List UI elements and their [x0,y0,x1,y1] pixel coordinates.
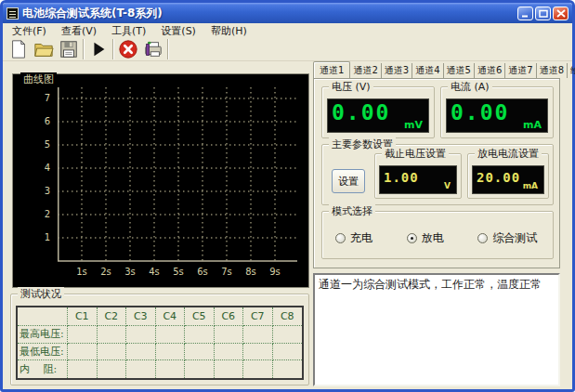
table-cell [68,360,98,378]
column-header: C6 [215,307,244,326]
tab-channel-2[interactable]: 通道2 [350,63,381,78]
column-header: C1 [68,307,98,326]
toolbar-separator [83,39,84,59]
stop-button[interactable] [115,38,140,60]
open-folder-icon [33,39,54,59]
tab-channel-5[interactable]: 通道5 [444,63,475,78]
table-cell [156,344,186,361]
radio-circle-icon [477,233,488,243]
mode-select-label: 模式选择 [329,204,375,218]
radio-circle-icon [335,233,346,243]
run-button[interactable] [85,38,111,60]
new-button[interactable] [6,38,31,60]
table-cell [126,326,156,344]
tab-channel-6[interactable]: 通道6 [475,63,505,78]
cutoff-voltage-display: 1.00 V [379,165,457,194]
tab-channel-3[interactable]: 通道3 [382,63,412,78]
radio-charge[interactable]: 充电 [335,230,407,246]
plot-area [58,87,297,262]
app-window: 电池综合测试系统(T-8系列) 文件(F) 查看(V) 工具(T) 设置(S) … [0,0,575,392]
tab-channel-7[interactable]: 通道7 [505,63,536,78]
channel-message-box[interactable]: 通道一为综合测试模式，工作正常，温度正常 [313,273,560,386]
menu-help[interactable]: 帮助(H) [203,23,255,39]
table-cell [243,326,273,344]
menu-file[interactable]: 文件(F) [5,23,54,39]
app-icon [7,7,19,20]
table-cell [185,344,215,361]
table-cell [185,326,215,344]
maximize-button[interactable] [535,7,551,20]
menu-view[interactable]: 查看(V) [54,23,104,39]
row-label-max-voltage: 最高电压: [18,326,68,344]
discharge-current-unit: mA [523,181,538,190]
plot-grid [58,87,297,262]
table-cell [215,344,244,361]
y-tick: 4 [26,163,50,173]
table-cell [68,344,98,361]
voltage-unit: mV [404,119,423,131]
table-cell [68,326,98,344]
x-tick: 8s [242,267,260,277]
table-cell [98,344,127,361]
toolbar [3,38,572,61]
radio-combined-test[interactable]: 综合测试 [477,230,549,246]
x-tick: 3s [121,267,139,277]
table-cell [126,360,156,378]
chart-title: 曲线图 [20,72,57,86]
discharge-current-label: 放电电流设置 [475,147,542,161]
table-cell [185,360,215,378]
save-button[interactable] [56,38,81,60]
column-header: C4 [156,307,186,326]
run-icon [88,39,109,59]
table-cell [243,360,273,378]
column-header: C3 [126,307,156,326]
table-cell [273,360,303,378]
x-tick: 1s [72,267,91,277]
menu-tools[interactable]: 工具(T) [104,23,153,39]
table-cell [98,326,127,344]
tab-plot[interactable]: 绘图 [568,63,575,78]
client-area: 曲线图 7 6 5 4 3 2 1 [3,61,572,389]
y-tick: 5 [26,139,50,150]
radio-discharge[interactable]: 放电 [407,230,478,246]
minimize-icon [521,9,530,18]
table-cell [273,344,303,361]
table-corner-cell [18,307,68,326]
table-cell [273,326,303,344]
discharge-current-display: 20.00 mA [472,165,544,194]
tab-channel-1[interactable]: 通道1 [313,61,350,78]
new-document-icon [8,39,29,59]
tab-channel-8[interactable]: 通道8 [537,63,568,78]
minimize-button[interactable] [517,7,533,20]
toolbar-separator [167,39,168,59]
print-button[interactable] [140,38,165,60]
tab-channel-4[interactable]: 通道4 [412,63,443,78]
current-value: 0.00 [451,100,509,124]
mode-select-group: 模式选择 充电 放电 综合测试 [321,211,554,259]
main-params-group: 主要参数设置 设置 截止电压设置 1.00 V 放电电流设置 20.00 mA [321,144,554,205]
column-header: C8 [273,307,303,326]
table-cell [156,360,186,378]
open-button[interactable] [31,38,56,60]
current-label: 电流 (A) [448,80,492,94]
x-tick: 9s [266,267,284,277]
test-status-label: 测试状况 [18,287,64,301]
y-tick: 6 [26,116,50,126]
x-tick: 2s [97,267,115,277]
printer-icon [143,39,163,59]
radio-circle-icon [407,233,417,243]
x-tick: 7s [217,267,236,277]
x-tick: 6s [193,267,212,277]
close-button[interactable] [553,7,568,20]
voltage-label: 电压 (V) [329,80,373,94]
status-table: C1 C2 C3 C4 C5 C6 C7 C8 最高电压: 最低电压: [16,306,304,380]
cutoff-voltage-group: 截止电压设置 1.00 V [374,153,462,199]
voltage-group: 电压 (V) 0.00 mV [321,86,435,138]
set-button[interactable]: 设置 [332,169,365,193]
x-tick: 5s [169,267,188,277]
y-tick: 3 [26,186,50,196]
table-cell [156,326,186,344]
menu-settings[interactable]: 设置(S) [153,23,203,39]
y-tick: 1 [26,232,50,242]
y-tick: 7 [26,93,50,103]
